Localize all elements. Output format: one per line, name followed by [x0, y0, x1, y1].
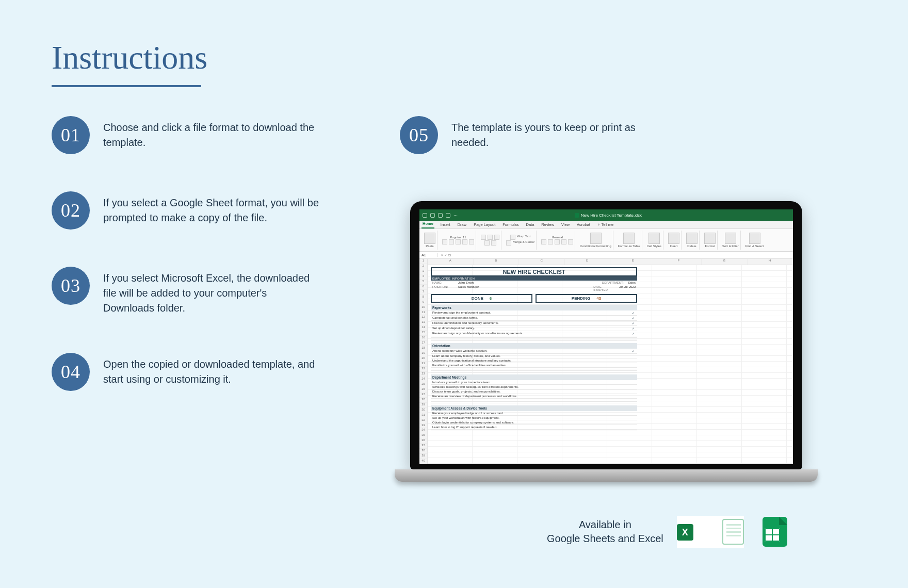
delete-cells-icon [686, 233, 698, 244]
row-header: 27 [419, 393, 427, 398]
checklist-text: Obtain login credentials for company sys… [432, 421, 630, 424]
row-header: 35 [419, 433, 427, 438]
row-header: 36 [419, 438, 427, 444]
row-header: 34 [419, 428, 427, 433]
laptop-screen: ⋯ New Hire Checklist Template.xlsx Home … [410, 201, 802, 469]
find-select-label: Find & Select [745, 244, 764, 248]
row-header: 18 [419, 346, 427, 351]
done-label: DONE [472, 296, 483, 301]
row-header: 2 [419, 264, 427, 269]
row-header: 7 [419, 290, 427, 295]
checklist-text: Attend company-wide welcome session. [432, 349, 630, 353]
inc-decimal-icon [561, 239, 566, 244]
align-right-icon [494, 235, 499, 240]
row-header: 38 [419, 449, 427, 454]
dec-decimal-icon [568, 239, 573, 244]
doc-subhead: EMPLOYEE INFORMATION [431, 276, 637, 281]
format-cells-icon [704, 233, 716, 244]
info-name-value: John Smith [458, 281, 474, 284]
checklist-text: Discuss team goals, projects, and respon… [432, 390, 630, 393]
tab-review: Review [540, 221, 555, 228]
checklist-mark: ✓ [630, 349, 636, 353]
laptop-base [395, 469, 818, 482]
section-header: Department Meetings [431, 374, 637, 380]
checklist-mark [630, 364, 636, 367]
checklist-mark: ✓ [630, 332, 636, 335]
column-header: H [748, 259, 793, 265]
pending-label: PENDING [572, 296, 590, 301]
row-header: 25 [419, 382, 427, 387]
checklist-text: Review and sign any confidentiality or n… [432, 332, 630, 335]
row-header: 29 [419, 403, 427, 408]
format-as-table-icon [623, 233, 635, 244]
checklist-mark: ✓ [630, 311, 636, 315]
column-header: C [519, 259, 565, 265]
checklist-row: Schedule meetings with colleagues from d… [431, 385, 637, 389]
merge-center-label: Merge & Center [513, 240, 534, 246]
row-header: 4 [419, 274, 427, 280]
save-icon [430, 213, 435, 218]
row-header: 12 [419, 315, 427, 320]
section-header: Orientation [431, 343, 637, 349]
merge-center-icon [506, 240, 511, 246]
checklist-row: Provide identification and necessary doc… [431, 321, 637, 326]
comma-icon [555, 239, 560, 244]
checklist-text: Set up your workstation with required eq… [432, 416, 630, 419]
format-label: Format [705, 244, 715, 248]
doc-title: NEW HIRE CHECKLIST [431, 267, 637, 276]
checklist-text: Learn about company history, culture, an… [432, 354, 630, 357]
font-name-box: Poppins [450, 236, 461, 239]
info-pos-value: Sales Manager [458, 285, 479, 291]
checklist-text: Complete tax and benefits forms. [432, 316, 630, 320]
sheets-app-icon [757, 516, 789, 548]
tab-acrobat: Acrobat [576, 221, 591, 228]
row-header: 31 [419, 413, 427, 418]
checklist-row [431, 371, 637, 372]
checklist-mark [630, 385, 636, 388]
checklist-mark [630, 395, 636, 398]
excel-ribbon: Paste Poppins11 Wrap Text Merge & Center… [419, 229, 793, 252]
sheet-area: 1234567891011121314151617181920212223242… [419, 259, 793, 464]
pending-value: 43 [596, 296, 601, 301]
checklist-row: Understand the organizational structure … [431, 358, 637, 363]
section-header: Equipment Access & Device Tools [431, 405, 637, 411]
excel-ribbon-tabs: Home Insert Draw Page Layout Formulas Da… [419, 221, 793, 229]
fill-color-icon [462, 239, 467, 244]
tab-draw: Draw [457, 221, 468, 228]
checklist-row: Review and sign any confidentiality or n… [431, 331, 637, 336]
checklist-row: Learn how to log IT support requests if … [431, 425, 637, 430]
checklist-row: Complete tax and benefits forms.✓ [431, 316, 637, 321]
checklist-mark: ✓ [630, 316, 636, 320]
insert-label: Insert [670, 244, 677, 248]
excel-titlebar: ⋯ New Hire Checklist Template.xlsx [419, 209, 793, 221]
row-header: 3 [419, 269, 427, 274]
checklist-text: Familiarize yourself with office facilit… [432, 364, 630, 367]
row-header: 9 [419, 300, 427, 305]
font-size-box: 11 [463, 236, 466, 239]
checklist-mark: ✓ [630, 321, 636, 325]
checklist-row [431, 402, 637, 403]
step-text-3: If you select Microsoft Excel, the downl… [103, 267, 320, 316]
row-header: 21 [419, 362, 427, 367]
fmt-table-label: Format as Table [618, 244, 640, 248]
percent-icon [548, 239, 553, 244]
wrap-text-icon [510, 235, 515, 240]
ribbon-paste-label: Paste [426, 244, 433, 248]
checklist-row [431, 339, 637, 341]
info-date-label: DATE STARTED: [593, 285, 617, 291]
section-header: Paperworks [431, 305, 637, 311]
excel-window: ⋯ New Hire Checklist Template.xlsx Home … [419, 209, 793, 464]
underline-icon [456, 239, 461, 244]
row-header: 6 [419, 285, 427, 290]
outdent-icon [491, 240, 496, 246]
info-name-label: NAME: [432, 281, 456, 284]
row-header: 13 [419, 320, 427, 325]
tab-view: View [560, 221, 571, 228]
row-header: 26 [419, 387, 427, 393]
align-left-icon [481, 235, 486, 240]
tab-insert: Insert [440, 221, 451, 228]
step-5: 05 The template is yours to keep or prin… [400, 116, 668, 154]
steps-column-right: 05 The template is yours to keep or prin… [400, 116, 668, 191]
row-header: 24 [419, 377, 427, 382]
step-badge-2: 02 [52, 191, 90, 230]
